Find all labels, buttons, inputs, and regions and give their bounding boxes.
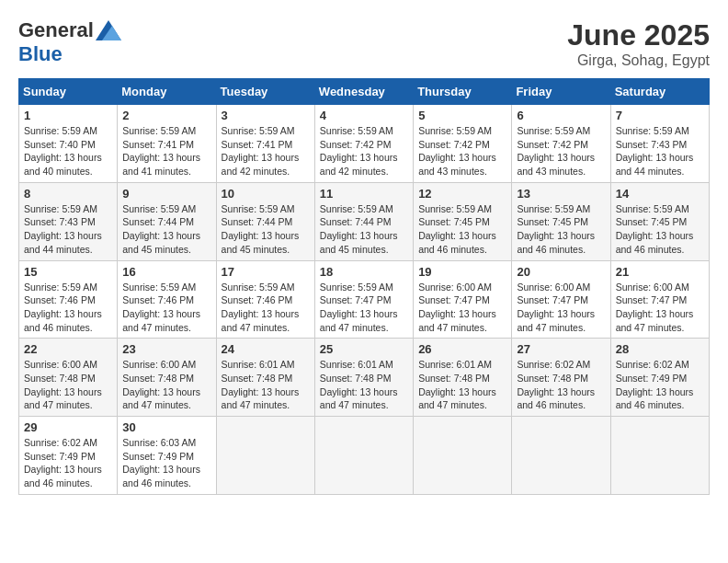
day-number: 17 bbox=[222, 265, 310, 279]
day-info: Sunrise: 6:00 AM Sunset: 7:47 PM Dayligh… bbox=[517, 282, 595, 333]
day-number: 18 bbox=[320, 265, 408, 279]
day-number: 3 bbox=[222, 109, 310, 122]
day-info: Sunrise: 6:01 AM Sunset: 7:48 PM Dayligh… bbox=[320, 359, 398, 410]
day-number: 22 bbox=[24, 342, 112, 356]
calendar-cell: 28 Sunrise: 6:02 AM Sunset: 7:49 PM Dayl… bbox=[610, 339, 709, 417]
calendar-cell bbox=[512, 417, 610, 495]
day-number: 12 bbox=[418, 187, 506, 201]
month-title: June 2025 bbox=[567, 18, 710, 52]
page-header: General Blue June 2025 Girga, Sohag, Egy… bbox=[18, 18, 710, 69]
day-number: 5 bbox=[418, 109, 506, 122]
calendar-cell bbox=[216, 417, 314, 495]
day-number: 23 bbox=[122, 342, 210, 356]
day-number: 28 bbox=[616, 342, 704, 356]
day-number: 20 bbox=[517, 265, 605, 279]
day-info: Sunrise: 5:59 AM Sunset: 7:43 PM Dayligh… bbox=[24, 203, 102, 255]
calendar-cell: 11 Sunrise: 5:59 AM Sunset: 7:44 PM Dayl… bbox=[314, 182, 413, 260]
day-number: 24 bbox=[222, 342, 310, 356]
day-info: Sunrise: 5:59 AM Sunset: 7:47 PM Dayligh… bbox=[320, 282, 398, 333]
day-number: 29 bbox=[24, 420, 112, 434]
logo-icon bbox=[96, 20, 121, 40]
calendar-cell: 10 Sunrise: 5:59 AM Sunset: 7:44 PM Dayl… bbox=[216, 182, 314, 260]
day-info: Sunrise: 5:59 AM Sunset: 7:42 PM Dayligh… bbox=[418, 125, 496, 177]
calendar-week-3: 15 Sunrise: 5:59 AM Sunset: 7:46 PM Dayl… bbox=[19, 260, 710, 339]
day-info: Sunrise: 6:00 AM Sunset: 7:48 PM Dayligh… bbox=[122, 359, 200, 410]
day-info: Sunrise: 5:59 AM Sunset: 7:45 PM Dayligh… bbox=[616, 203, 694, 255]
calendar-cell: 4 Sunrise: 5:59 AM Sunset: 7:42 PM Dayli… bbox=[314, 105, 413, 183]
day-info: Sunrise: 6:00 AM Sunset: 7:48 PM Dayligh… bbox=[24, 359, 102, 410]
calendar-cell: 30 Sunrise: 6:03 AM Sunset: 7:49 PM Dayl… bbox=[118, 417, 216, 495]
calendar-cell: 2 Sunrise: 5:59 AM Sunset: 7:41 PM Dayli… bbox=[118, 105, 216, 183]
calendar-cell: 13 Sunrise: 5:59 AM Sunset: 7:45 PM Dayl… bbox=[512, 182, 610, 260]
calendar-cell bbox=[610, 417, 709, 495]
day-info: Sunrise: 5:59 AM Sunset: 7:42 PM Dayligh… bbox=[517, 125, 595, 177]
calendar-week-4: 22 Sunrise: 6:00 AM Sunset: 7:48 PM Dayl… bbox=[19, 339, 710, 417]
weekday-header-saturday: Saturday bbox=[610, 79, 709, 105]
day-number: 8 bbox=[24, 187, 112, 201]
weekday-header-row: SundayMondayTuesdayWednesdayThursdayFrid… bbox=[19, 79, 710, 105]
calendar-cell: 27 Sunrise: 6:02 AM Sunset: 7:48 PM Dayl… bbox=[512, 339, 610, 417]
day-info: Sunrise: 6:00 AM Sunset: 7:47 PM Dayligh… bbox=[418, 282, 496, 333]
logo-general-text: General bbox=[18, 18, 94, 42]
day-info: Sunrise: 5:59 AM Sunset: 7:44 PM Dayligh… bbox=[320, 203, 398, 255]
weekday-header-thursday: Thursday bbox=[414, 79, 512, 105]
calendar-table: SundayMondayTuesdayWednesdayThursdayFrid… bbox=[18, 78, 710, 495]
day-info: Sunrise: 6:00 AM Sunset: 7:47 PM Dayligh… bbox=[616, 282, 694, 333]
calendar-cell: 1 Sunrise: 5:59 AM Sunset: 7:40 PM Dayli… bbox=[19, 105, 118, 183]
weekday-header-monday: Monday bbox=[118, 79, 216, 105]
location-text: Girga, Sohag, Egypt bbox=[567, 52, 710, 69]
day-info: Sunrise: 6:01 AM Sunset: 7:48 PM Dayligh… bbox=[418, 359, 496, 410]
calendar-cell bbox=[414, 417, 512, 495]
calendar-cell: 16 Sunrise: 5:59 AM Sunset: 7:46 PM Dayl… bbox=[118, 260, 216, 339]
day-info: Sunrise: 5:59 AM Sunset: 7:44 PM Dayligh… bbox=[222, 203, 300, 255]
day-info: Sunrise: 5:59 AM Sunset: 7:46 PM Dayligh… bbox=[222, 282, 300, 333]
day-number: 27 bbox=[517, 342, 605, 356]
calendar-cell: 17 Sunrise: 5:59 AM Sunset: 7:46 PM Dayl… bbox=[216, 260, 314, 339]
calendar-cell: 29 Sunrise: 6:02 AM Sunset: 7:49 PM Dayl… bbox=[19, 417, 118, 495]
day-number: 14 bbox=[616, 187, 704, 201]
day-info: Sunrise: 5:59 AM Sunset: 7:46 PM Dayligh… bbox=[24, 282, 102, 333]
calendar-cell: 3 Sunrise: 5:59 AM Sunset: 7:41 PM Dayli… bbox=[216, 105, 314, 183]
day-number: 1 bbox=[24, 109, 112, 122]
day-number: 25 bbox=[320, 342, 408, 356]
calendar-cell: 8 Sunrise: 5:59 AM Sunset: 7:43 PM Dayli… bbox=[19, 182, 118, 260]
day-info: Sunrise: 5:59 AM Sunset: 7:41 PM Dayligh… bbox=[122, 125, 200, 177]
calendar-cell: 6 Sunrise: 5:59 AM Sunset: 7:42 PM Dayli… bbox=[512, 105, 610, 183]
day-info: Sunrise: 6:01 AM Sunset: 7:48 PM Dayligh… bbox=[222, 359, 300, 410]
calendar-week-2: 8 Sunrise: 5:59 AM Sunset: 7:43 PM Dayli… bbox=[19, 182, 710, 260]
day-info: Sunrise: 5:59 AM Sunset: 7:42 PM Dayligh… bbox=[320, 125, 398, 177]
day-number: 16 bbox=[122, 265, 210, 279]
day-info: Sunrise: 5:59 AM Sunset: 7:40 PM Dayligh… bbox=[24, 125, 102, 177]
day-info: Sunrise: 6:02 AM Sunset: 7:49 PM Dayligh… bbox=[24, 437, 102, 488]
day-info: Sunrise: 6:02 AM Sunset: 7:48 PM Dayligh… bbox=[517, 359, 595, 410]
calendar-cell: 23 Sunrise: 6:00 AM Sunset: 7:48 PM Dayl… bbox=[118, 339, 216, 417]
calendar-cell: 24 Sunrise: 6:01 AM Sunset: 7:48 PM Dayl… bbox=[216, 339, 314, 417]
calendar-cell: 18 Sunrise: 5:59 AM Sunset: 7:47 PM Dayl… bbox=[314, 260, 413, 339]
weekday-header-wednesday: Wednesday bbox=[314, 79, 413, 105]
calendar-cell: 20 Sunrise: 6:00 AM Sunset: 7:47 PM Dayl… bbox=[512, 260, 610, 339]
weekday-header-sunday: Sunday bbox=[19, 79, 118, 105]
day-number: 7 bbox=[616, 109, 704, 122]
day-number: 19 bbox=[418, 265, 506, 279]
calendar-cell: 14 Sunrise: 5:59 AM Sunset: 7:45 PM Dayl… bbox=[610, 182, 709, 260]
day-number: 11 bbox=[320, 187, 408, 201]
calendar-cell: 9 Sunrise: 5:59 AM Sunset: 7:44 PM Dayli… bbox=[118, 182, 216, 260]
day-number: 30 bbox=[122, 420, 210, 434]
day-info: Sunrise: 5:59 AM Sunset: 7:44 PM Dayligh… bbox=[122, 203, 200, 255]
day-number: 9 bbox=[122, 187, 210, 201]
weekday-header-tuesday: Tuesday bbox=[216, 79, 314, 105]
day-info: Sunrise: 5:59 AM Sunset: 7:41 PM Dayligh… bbox=[222, 125, 300, 177]
calendar-cell: 26 Sunrise: 6:01 AM Sunset: 7:48 PM Dayl… bbox=[414, 339, 512, 417]
day-number: 15 bbox=[24, 265, 112, 279]
calendar-cell: 12 Sunrise: 5:59 AM Sunset: 7:45 PM Dayl… bbox=[414, 182, 512, 260]
logo: General Blue bbox=[18, 18, 121, 66]
calendar-cell: 5 Sunrise: 5:59 AM Sunset: 7:42 PM Dayli… bbox=[414, 105, 512, 183]
day-number: 21 bbox=[616, 265, 704, 279]
day-number: 13 bbox=[517, 187, 605, 201]
title-block: June 2025 Girga, Sohag, Egypt bbox=[567, 18, 710, 69]
day-info: Sunrise: 5:59 AM Sunset: 7:46 PM Dayligh… bbox=[122, 282, 200, 333]
day-number: 4 bbox=[320, 109, 408, 122]
calendar-week-1: 1 Sunrise: 5:59 AM Sunset: 7:40 PM Dayli… bbox=[19, 105, 710, 183]
day-number: 26 bbox=[418, 342, 506, 356]
day-number: 2 bbox=[122, 109, 210, 122]
